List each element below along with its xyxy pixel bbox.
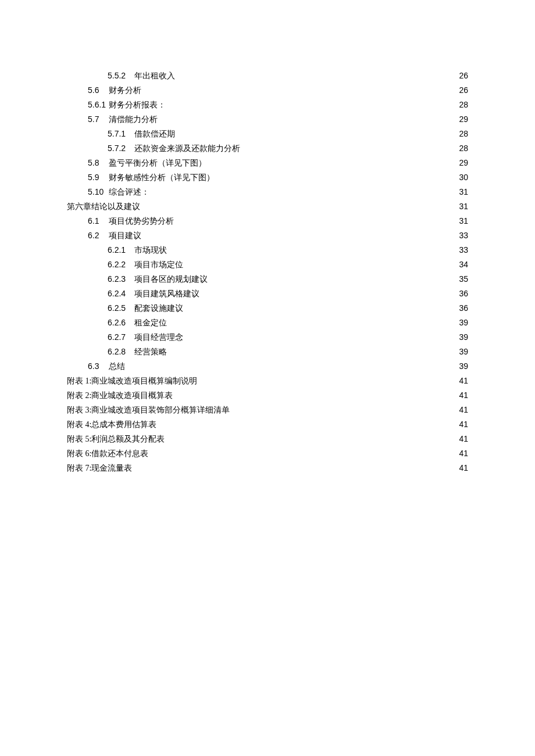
toc-entry-title: 总结 bbox=[109, 362, 125, 371]
toc-entry-title: 项目市场定位 bbox=[134, 260, 183, 269]
toc-entry-title: 租金定位 bbox=[134, 318, 167, 327]
toc-entry-label: 附表 1:商业城改造项目概算编制说明 bbox=[67, 374, 197, 388]
toc-entry-title: 附表 6:借款还本付息表 bbox=[67, 449, 148, 458]
toc-entry-label: 第六章结论以及建议 bbox=[67, 199, 140, 214]
toc-entry: 6.2.2项目市场定位 34 bbox=[67, 257, 468, 272]
toc-entry: 5.10综合评述： 31 bbox=[67, 185, 468, 199]
toc-entry: 6.1项目优势劣势分析 31 bbox=[67, 214, 468, 228]
toc-entry-page: 30 bbox=[459, 170, 468, 185]
toc-entry-page: 31 bbox=[459, 185, 468, 199]
toc-entry-label: 5.7.1借款偿还期 bbox=[108, 127, 175, 141]
toc-entry-label: 6.2项目建议 bbox=[88, 228, 141, 243]
toc-entry-number: 5.10 bbox=[88, 185, 109, 199]
toc-entry-page: 28 bbox=[459, 141, 468, 156]
toc-entry: 5.5.2年出租收入 26 bbox=[67, 69, 468, 83]
toc-entry: 6.2.4项目建筑风格建议 36 bbox=[67, 286, 468, 301]
toc-entry-label: 6.2.1市场现状 bbox=[108, 243, 167, 257]
toc-entry-title: 还款资金来源及还款能力分析 bbox=[134, 144, 240, 153]
toc-entry-title: 市场现状 bbox=[134, 246, 167, 255]
toc-entry-page: 34 bbox=[459, 257, 468, 272]
toc-entry-page: 36 bbox=[459, 286, 468, 301]
toc-entry-page: 31 bbox=[459, 199, 468, 214]
toc-entry: 5.9财务敏感性分析（详见下图） 30 bbox=[67, 170, 468, 185]
toc-entry-page: 41 bbox=[459, 461, 468, 475]
toc-entry-page: 31 bbox=[459, 214, 468, 228]
toc-entry-number: 6.2.8 bbox=[108, 345, 134, 359]
toc-entry: 附表 3:商业城改造项目装饰部分概算详细清单 41 bbox=[67, 403, 468, 417]
toc-entry-label: 附表 7:现金流量表 bbox=[67, 461, 132, 475]
toc-entry-label: 6.2.7项目经营理念 bbox=[108, 330, 183, 345]
toc-entry-title: 财务分析 bbox=[109, 86, 141, 95]
toc-entry-page: 33 bbox=[459, 228, 468, 243]
toc-entry-page: 33 bbox=[459, 243, 468, 257]
toc-entry: 附表 6:借款还本付息表 41 bbox=[67, 446, 468, 461]
toc-entry: 附表 2:商业城改造项目概算表 41 bbox=[67, 388, 468, 403]
toc-entry-page: 29 bbox=[459, 112, 468, 127]
toc-entry-label: 6.2.5配套设施建议 bbox=[108, 301, 183, 316]
toc-entry-number: 5.6 bbox=[88, 83, 109, 98]
toc-entry-label: 附表 5:利润总额及其分配表 bbox=[67, 432, 165, 446]
toc-entry-number: 6.2.3 bbox=[108, 272, 134, 286]
toc-entry-title: 项目建议 bbox=[109, 231, 141, 240]
toc-entry-label: 5.6.1财务分析报表： bbox=[88, 98, 166, 112]
toc-entry-label: 6.2.2项目市场定位 bbox=[108, 257, 183, 272]
toc-entry-title: 附表 3:商业城改造项目装饰部分概算详细清单 bbox=[67, 406, 230, 414]
toc-entry: 5.7清偿能力分析 29 bbox=[67, 112, 468, 127]
toc-entry-page: 41 bbox=[459, 432, 468, 446]
toc-entry-label: 6.2.4项目建筑风格建议 bbox=[108, 286, 199, 301]
toc-entry-title: 年出租收入 bbox=[134, 71, 175, 80]
toc-entry-number: 6.3 bbox=[88, 359, 109, 374]
toc-entry: 6.3总结 39 bbox=[67, 359, 468, 374]
toc-entry-page: 39 bbox=[459, 345, 468, 359]
toc-entry-label: 5.5.2年出租收入 bbox=[108, 69, 175, 83]
toc-entry-number: 5.8 bbox=[88, 156, 109, 170]
toc-entry: 附表 1:商业城改造项目概算编制说明 41 bbox=[67, 374, 468, 388]
toc-entry-title: 财务分析报表： bbox=[109, 101, 166, 109]
toc-entry-title: 借款偿还期 bbox=[134, 130, 175, 138]
toc-entry-page: 41 bbox=[459, 446, 468, 461]
toc-entry-title: 项目经营理念 bbox=[134, 333, 183, 342]
toc-entry: 5.7.1借款偿还期 28 bbox=[67, 127, 468, 141]
toc-entry-number: 5.7.1 bbox=[108, 127, 134, 141]
toc-entry-number: 5.6.1 bbox=[88, 98, 109, 112]
toc-entry: 第六章结论以及建议 31 bbox=[67, 199, 468, 214]
toc-entry-label: 附表 4:总成本费用估算表 bbox=[67, 417, 156, 432]
toc-entry: 5.6.1财务分析报表： 28 bbox=[67, 98, 468, 112]
toc-entry-title: 项目优势劣势分析 bbox=[109, 217, 174, 225]
toc-entry-label: 6.2.3项目各区的规划建议 bbox=[108, 272, 208, 286]
toc-entry-label: 附表 2:商业城改造项目概算表 bbox=[67, 388, 173, 403]
toc-entry: 5.6财务分析 26 bbox=[67, 83, 468, 98]
toc-entry-title: 项目各区的规划建议 bbox=[134, 275, 208, 284]
toc-entry: 6.2.5配套设施建议 36 bbox=[67, 301, 468, 316]
toc-entry-title: 盈亏平衡分析（详见下图） bbox=[109, 159, 206, 167]
toc-entry-title: 综合评述： bbox=[109, 188, 149, 196]
toc-entry: 6.2项目建议 33 bbox=[67, 228, 468, 243]
toc-entry-label: 5.9财务敏感性分析（详见下图） bbox=[88, 170, 215, 185]
toc-entry-number: 6.2.4 bbox=[108, 286, 134, 301]
toc-entry-title: 经营策略 bbox=[134, 347, 167, 356]
toc-entry-label: 5.6财务分析 bbox=[88, 83, 141, 98]
toc-entry-page: 36 bbox=[459, 301, 468, 316]
toc-entry-page: 28 bbox=[459, 98, 468, 112]
toc-entry-number: 5.7 bbox=[88, 112, 109, 127]
toc-entry: 附表 4:总成本费用估算表 41 bbox=[67, 417, 468, 432]
toc-entry-title: 附表 4:总成本费用估算表 bbox=[67, 420, 156, 429]
toc-entry-page: 41 bbox=[459, 403, 468, 417]
toc-entry-number: 5.7.2 bbox=[108, 141, 134, 156]
toc-entry-title: 第六章结论以及建议 bbox=[67, 202, 140, 211]
toc-entry-number: 6.2.6 bbox=[108, 316, 134, 330]
toc-entry-page: 39 bbox=[459, 316, 468, 330]
toc-entry: 附表 7:现金流量表 41 bbox=[67, 461, 468, 475]
toc-entry-label: 6.2.8经营策略 bbox=[108, 345, 167, 359]
toc-entry-title: 附表 7:现金流量表 bbox=[67, 464, 132, 472]
toc-entry-label: 6.3总结 bbox=[88, 359, 125, 374]
toc-entry: 6.2.1市场现状 33 bbox=[67, 243, 468, 257]
toc-entry-number: 6.1 bbox=[88, 214, 109, 228]
toc-entry-label: 5.10综合评述： bbox=[88, 185, 149, 199]
toc-entry: 附表 5:利润总额及其分配表 41 bbox=[67, 432, 468, 446]
toc-entry-label: 5.8盈亏平衡分析（详见下图） bbox=[88, 156, 206, 170]
toc-entry-number: 5.9 bbox=[88, 170, 109, 185]
toc-entry-title: 附表 1:商业城改造项目概算编制说明 bbox=[67, 377, 197, 385]
toc-entry-number: 6.2.1 bbox=[108, 243, 134, 257]
toc-entry-number: 6.2 bbox=[88, 228, 109, 243]
